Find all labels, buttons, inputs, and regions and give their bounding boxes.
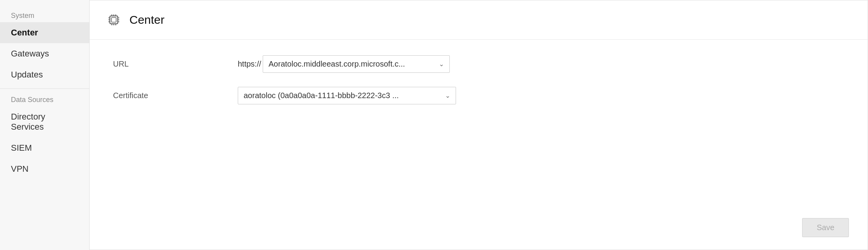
sidebar-item-directory-services-label: Directory Services xyxy=(11,112,45,132)
svg-rect-1 xyxy=(111,18,116,22)
system-section-label: System xyxy=(0,8,89,22)
sidebar-item-center-label: Center xyxy=(11,28,38,37)
main-content: Center URL https:// Aoratoloc.middleeast… xyxy=(90,0,868,250)
url-input-group: https:// Aoratoloc.middleeast.corp.micro… xyxy=(238,55,450,73)
cert-dropdown[interactable]: aoratoloc (0a0a0a0a-1111-bbbb-2222-3c3 .… xyxy=(238,87,456,104)
sidebar-item-center[interactable]: Center xyxy=(0,22,89,43)
page-title: Center xyxy=(129,13,164,26)
svg-rect-0 xyxy=(110,16,118,24)
url-prefix: https:// xyxy=(238,60,261,69)
url-dropdown-value: Aoratoloc.middleeast.corp.microsoft.c... xyxy=(269,60,405,69)
cert-input-group: aoratoloc (0a0a0a0a-1111-bbbb-2222-3c3 .… xyxy=(238,87,456,104)
cert-dropdown-value: aoratoloc (0a0a0a0a-1111-bbbb-2222-3c3 .… xyxy=(244,91,399,100)
form-area: URL https:// Aoratoloc.middleeast.corp.m… xyxy=(90,40,868,250)
sidebar-item-updates[interactable]: Updates xyxy=(0,64,89,85)
cert-label: Certificate xyxy=(113,91,238,100)
datasources-section-label: Data Sources xyxy=(0,92,89,106)
sidebar-item-gateways-label: Gateways xyxy=(11,49,49,58)
url-dropdown[interactable]: Aoratoloc.middleeast.corp.microsoft.c...… xyxy=(263,55,450,73)
certificate-row: Certificate aoratoloc (0a0a0a0a-1111-bbb… xyxy=(113,87,844,104)
url-label: URL xyxy=(113,60,238,69)
sidebar-item-directory-services[interactable]: Directory Services xyxy=(0,106,89,137)
cert-dropdown-arrow: ⌄ xyxy=(445,92,450,99)
sidebar-item-siem[interactable]: SIEM xyxy=(0,137,89,158)
sidebar-item-gateways[interactable]: Gateways xyxy=(0,43,89,64)
url-row: URL https:// Aoratoloc.middleeast.corp.m… xyxy=(113,55,844,73)
save-button[interactable]: Save xyxy=(802,218,849,237)
app-container: System Center Gateways Updates Data Sour… xyxy=(0,0,868,250)
sidebar: System Center Gateways Updates Data Sour… xyxy=(0,0,90,250)
sidebar-item-vpn[interactable]: VPN xyxy=(0,158,89,180)
sidebar-divider xyxy=(0,88,89,89)
chip-icon xyxy=(105,11,122,28)
sidebar-item-siem-label: SIEM xyxy=(11,143,32,153)
sidebar-item-vpn-label: VPN xyxy=(11,164,28,174)
save-button-container: Save xyxy=(802,218,849,237)
sidebar-item-updates-label: Updates xyxy=(11,70,43,79)
url-dropdown-arrow: ⌄ xyxy=(439,60,444,68)
page-header: Center xyxy=(90,0,868,40)
